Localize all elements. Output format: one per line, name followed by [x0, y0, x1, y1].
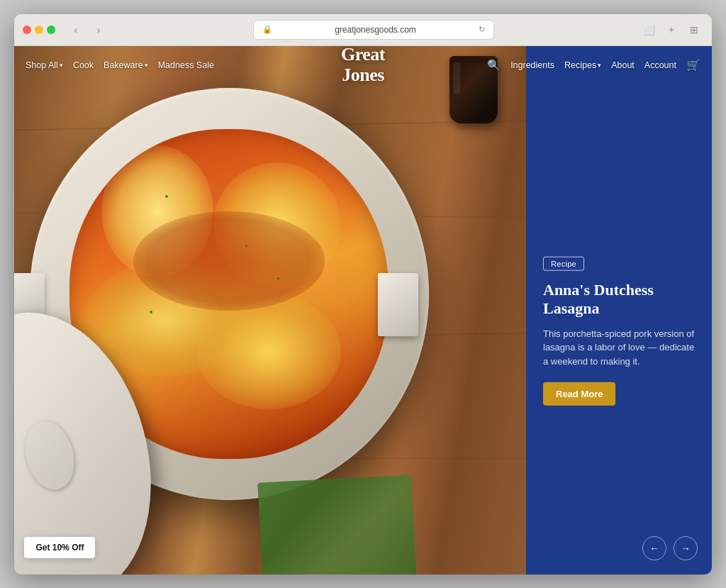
maximize-button[interactable] [47, 26, 55, 34]
address-bar-container: 🔒 greatjonesgoods.com ↻ [113, 20, 634, 40]
read-more-button[interactable]: Read More [543, 382, 615, 406]
new-tab-button[interactable]: ＋ [662, 21, 681, 39]
nav-right: 🔍 Ingredients Recipes ▾ About Account 🛒 [487, 58, 700, 72]
next-recipe-button[interactable]: → [674, 536, 698, 560]
back-button[interactable]: ‹ [67, 21, 85, 39]
nav-left: Shop All ▾ Cook Bakeware ▾ Madness Sale [26, 60, 214, 70]
brand-logo-container[interactable]: Great Jones [341, 46, 385, 86]
lid-handle [18, 416, 82, 495]
browser-right-controls: ⬜ ＋ ⊞ [640, 21, 703, 39]
lock-icon: 🔒 [262, 25, 272, 34]
search-icon[interactable]: 🔍 [487, 59, 501, 72]
traffic-lights [23, 26, 55, 34]
chevron-down-icon: ▾ [598, 62, 601, 69]
tabs-button[interactable]: ⊞ [685, 21, 703, 39]
prev-recipe-button[interactable]: ← [642, 536, 666, 560]
dish-handle-right [378, 273, 419, 336]
recipe-description: This porchetta-spiced pork version of la… [543, 326, 695, 368]
chevron-down-icon: ▾ [145, 62, 148, 69]
recipe-content: Recipe Anna's Dutchess Lasagna This porc… [526, 237, 712, 420]
browser-controls: ‹ › [67, 21, 108, 39]
browser-chrome: ‹ › 🔒 greatjonesgoods.com ↻ ⬜ ＋ ⊞ [14, 14, 712, 46]
right-panel: Recipe Anna's Dutchess Lasagna This porc… [526, 46, 712, 575]
site-nav: Shop All ▾ Cook Bakeware ▾ Madness Sale [14, 46, 712, 84]
forward-button[interactable]: › [89, 21, 108, 39]
nav-shop-all[interactable]: Shop All ▾ [26, 60, 63, 70]
nav-cook[interactable]: Cook [73, 60, 94, 70]
nav-sale[interactable]: Madness Sale [158, 60, 214, 70]
nav-bakeware[interactable]: Bakeware ▾ [104, 60, 148, 70]
page-wrapper: Shop All ▾ Cook Bakeware ▾ Madness Sale [14, 46, 712, 575]
nav-about[interactable]: About [611, 60, 635, 70]
share-button[interactable]: ⬜ [640, 21, 658, 39]
cart-icon[interactable]: 🛒 [686, 58, 700, 72]
refresh-icon: ↻ [479, 25, 485, 34]
nav-ingredients[interactable]: Ingredients [510, 60, 554, 70]
herb-3 [150, 311, 152, 314]
website-content: Shop All ▾ Cook Bakeware ▾ Madness Sale [14, 46, 712, 575]
recipe-title: Anna's Dutchess Lasagna [543, 281, 695, 318]
herb-2 [245, 245, 247, 247]
brand-logo: Great Jones [341, 46, 385, 86]
green-napkin [257, 475, 416, 575]
nav-account[interactable]: Account [644, 60, 676, 70]
chevron-down-icon: ▾ [60, 62, 63, 69]
recipe-tag: Recipe [543, 257, 584, 271]
close-button[interactable] [23, 26, 31, 34]
hero-image [14, 46, 526, 575]
address-bar[interactable]: 🔒 greatjonesgoods.com ↻ [253, 20, 494, 40]
minimize-button[interactable] [35, 26, 43, 34]
recipe-navigation: ← → [642, 536, 698, 560]
discount-badge[interactable]: Get 10% Off [24, 537, 95, 558]
nav-recipes[interactable]: Recipes ▾ [564, 60, 601, 70]
hero-section: Get 10% Off [14, 46, 526, 575]
url-text: greatjonesgoods.com [277, 25, 474, 35]
